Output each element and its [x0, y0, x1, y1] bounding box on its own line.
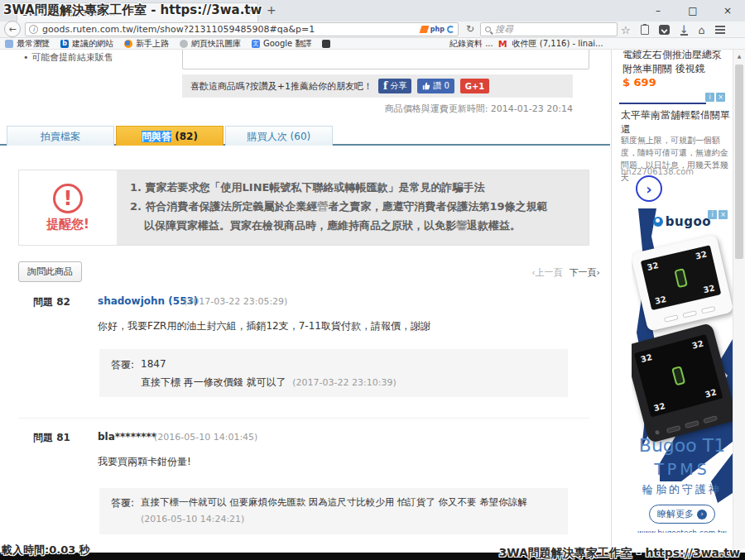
- bookmark-star-icon[interactable]: ☆: [621, 25, 631, 36]
- tpms-screen: 32 32 32 32: [634, 334, 723, 418]
- answer-line-1: 直接下標一件就可以 但要麻煩你先匯款 因為這尺寸比較少用 怕訂貨了 你又不要 希…: [141, 496, 527, 509]
- thumbs-up-icon: [422, 82, 430, 90]
- bookmark-dark-favicon[interactable]: [322, 40, 330, 48]
- answer-label: 答覆:: [111, 358, 134, 372]
- car-outline-icon: [674, 268, 688, 288]
- question-number: 問題 82: [33, 295, 70, 309]
- window-maximize-button[interactable]: □: [675, 0, 710, 22]
- window-close-button[interactable]: ×: [710, 0, 745, 22]
- tab-questions-answers[interactable]: 問與答 (82): [116, 126, 223, 146]
- content-sidebar-divider: [611, 50, 612, 549]
- text-ad-arrow-button[interactable]: ›: [636, 175, 662, 202]
- facebook-like-button[interactable]: 讚 0: [417, 79, 454, 93]
- page-scrollbar[interactable]: ▲: [733, 50, 745, 549]
- globe-icon: [180, 40, 188, 48]
- bugoo-tagline: 輪胎的守護神: [632, 482, 733, 497]
- facebook-share-button[interactable]: f分享: [378, 79, 411, 93]
- question-number: 問題 81: [33, 431, 70, 445]
- listing-tabs: 拍賣檔案 問與答 (82) 購買人次 (60): [0, 126, 610, 147]
- page-action-swirl-icon[interactable]: [447, 26, 454, 33]
- reload-icon: ↻: [466, 23, 474, 35]
- search-placeholder: 搜尋: [495, 23, 513, 36]
- search-input[interactable]: 搜尋: [480, 22, 618, 36]
- sidebar-ad-product-title[interactable]: 電鍍左右側推油壓總泵附煞車開關 後視鏡: [622, 48, 728, 77]
- bugoo-brand-text: bugoo: [666, 214, 711, 229]
- window-minimize-button[interactable]: –: [641, 0, 675, 22]
- toolbar-icons: ☆ ↓ ⌂: [621, 22, 725, 38]
- watermark-top: 3WA問題解決專家工作室 - https://3wa.tw: [3, 2, 262, 18]
- answer-timestamp: (2017-03-22 23:10:39): [292, 377, 396, 388]
- home-icon[interactable]: ⌂: [699, 25, 705, 36]
- bookmark-web-slices[interactable]: 網頁快訊圖庫: [180, 38, 241, 50]
- bookmark-gmail-inbox[interactable]: 收件匣 (7,116) - linai...: [512, 38, 603, 50]
- warning-line-2: 2. 符合消費者保護法所定義屬於企業經營者之賣家，應遵守消費者保護法第19條之規…: [130, 198, 575, 217]
- php-label: php: [430, 26, 445, 33]
- adchoices-info-icon[interactable]: i: [708, 210, 717, 219]
- reload-button[interactable]: ↻: [464, 22, 477, 36]
- warning-line-3: 以保障買家權益。買家在檢視商品時，應維持商品之原狀，以免影響退款權益。: [130, 217, 575, 236]
- firefox-icon: [124, 40, 132, 48]
- scrollbar-thumb[interactable]: [735, 65, 743, 259]
- bugoo-eye-icon: [653, 217, 663, 227]
- url-bar[interactable]: i goods.ruten.com.tw/item/show?213110594…: [25, 22, 459, 36]
- exclamation-icon: !: [53, 184, 83, 213]
- scrollbar-up-icon[interactable]: ▲: [733, 53, 745, 59]
- answer-box: 答覆: 1847 直接下標 再一修改價錢 就可以了 (2017-03-22 23…: [99, 349, 568, 397]
- bookmarks-bar: 最常瀏覽 b建議的網站 新手上路 網頁快訊圖庫 文Google 翻譯 紀錄資料 …: [0, 38, 745, 50]
- adchoices-close-icon[interactable]: ×: [716, 93, 725, 102]
- most-visited-icon: [5, 40, 13, 48]
- downloads-button[interactable]: ↓: [680, 24, 689, 36]
- facebook-icon: f: [383, 80, 387, 92]
- warning-title: 提醒您!: [46, 217, 89, 232]
- bookmark-getting-started[interactable]: 新手上路: [124, 38, 169, 50]
- bookmark-history[interactable]: 紀錄資料 ...: [449, 38, 493, 50]
- prev-page-link[interactable]: ‹上一頁: [531, 267, 562, 278]
- price-updated-timestamp: 商品價格與運費更新時間: 2014-01-23 20:14: [182, 103, 573, 115]
- new-tab-button[interactable]: +: [267, 3, 276, 17]
- gmail-icon: M: [498, 39, 507, 50]
- tab-auction-file[interactable]: 拍賣檔案: [7, 126, 114, 146]
- like-bar-text: 喜歡這商品嗎?按讚及+1推薦給你的朋友吧！: [190, 80, 372, 93]
- browser-navbar: ← i goods.ruten.com.tw/item/show?2131105…: [0, 22, 745, 38]
- qa-divider: [18, 418, 589, 419]
- search-icon: [485, 26, 491, 32]
- text-ad-body: 額度無上限，可規劃一個額度，隨時可借可還，無違約金問題，以日計息，用幾天算幾天: [621, 134, 731, 184]
- tab-buyers[interactable]: 購買人次 (60): [225, 126, 333, 146]
- answer-line-2: 直接下標 再一修改價錢 就可以了 (2017-03-22 23:10:39): [141, 376, 397, 390]
- bugoo-product-name: Bugoo T1: [632, 435, 733, 456]
- menu-icon[interactable]: [715, 26, 725, 34]
- warning-icon-panel: ! 提醒您!: [19, 170, 117, 245]
- url-text: goods.ruten.com.tw/item/show?21311059485…: [42, 24, 417, 35]
- answer-box: 答覆: 直接下標一件就可以 但要麻煩你先匯款 因為這尺寸比較少用 怕訂貨了 你又…: [99, 488, 568, 534]
- firefox-window: 3WA問題解決專家工... × + – □ × ← i goods.ruten.…: [0, 0, 745, 560]
- question-text: 你好，我要FZR用的油土封六組，插銷12支，7-11取貨付款，請報價，謝謝: [98, 319, 430, 333]
- pocket-icon[interactable]: [659, 25, 670, 35]
- cta-arrow-icon: ›: [697, 510, 707, 519]
- text-ad-underline: [619, 103, 706, 104]
- google-plus-one-button[interactable]: G+1: [460, 79, 490, 93]
- reading-list-icon[interactable]: [641, 25, 649, 35]
- suggested-sites-icon: b: [60, 40, 69, 48]
- question-user: bla********: [98, 431, 156, 443]
- tab-qa-selected-text: 問與答: [142, 131, 171, 142]
- bugoo-display-ad[interactable]: i × bugoo 32 32 32 32 32 32 32 32: [632, 208, 733, 533]
- back-icon: ←: [8, 24, 16, 35]
- bugoo-url: www.bugootech.com.tw: [632, 529, 733, 533]
- answer-line-1: 1847: [141, 358, 166, 370]
- site-info-icon[interactable]: i: [29, 25, 38, 34]
- download-bar-icon: [680, 34, 688, 36]
- next-page-link[interactable]: 下一頁›: [570, 267, 600, 278]
- warning-text-panel: 1. 賣家若要求您「使用LINE帳號私下聯絡或轉帳匯款」是常見的詐騙手法 2. …: [117, 170, 589, 245]
- adchoices-close-icon[interactable]: ×: [719, 210, 728, 219]
- bookmark-google-translate[interactable]: 文Google 翻譯: [252, 38, 311, 50]
- load-time-text: 載入時間:0.03 秒: [2, 543, 90, 558]
- bookmark-most-visited[interactable]: 最常瀏覽: [5, 38, 50, 50]
- text-ad-title[interactable]: 太平華南當舖輕鬆借關單還: [621, 108, 730, 136]
- adchoices-info-icon[interactable]: i: [705, 93, 714, 102]
- learn-more-button[interactable]: 瞭解更多›: [649, 505, 715, 524]
- bookmark-suggested-sites[interactable]: b建議的網站: [60, 38, 113, 50]
- php-logo-icon[interactable]: [419, 26, 429, 33]
- question-timestamp: (2016-05-10 14:01:45): [154, 432, 257, 443]
- question-text: 我要買兩顆卡鉗份量!: [98, 455, 191, 469]
- back-button[interactable]: ←: [4, 21, 21, 37]
